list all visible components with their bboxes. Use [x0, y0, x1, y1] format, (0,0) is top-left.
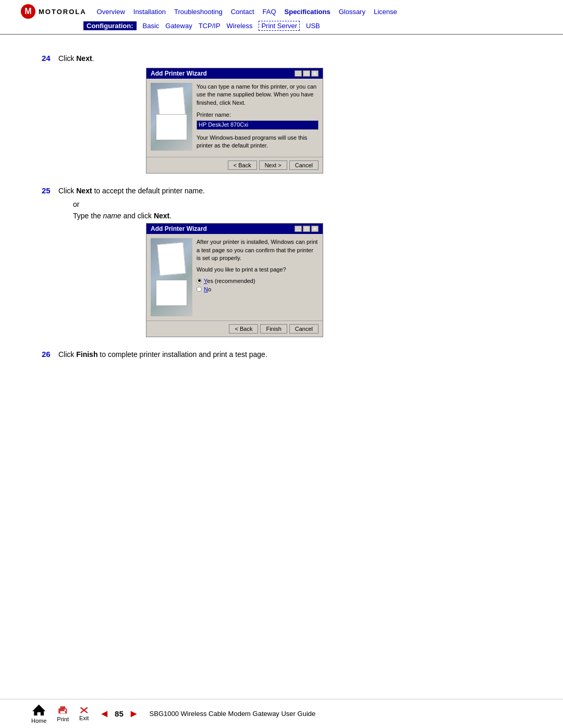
step-24-text: Click Next.	[58, 54, 94, 63]
footer: Home Print Exit ◄ 85 ► SBG1000 Wireless …	[0, 699, 563, 728]
wizard-1-body-text: You can type a name for this printer, or…	[197, 83, 319, 107]
wizard-2-back-button[interactable]: < Back	[229, 324, 258, 334]
wizard-1-maximize[interactable]: □	[303, 70, 310, 77]
page-number: 85	[115, 709, 124, 718]
wizard-2-radio-no-label: No	[204, 286, 211, 292]
logo-area: M MOTOROLA	[21, 4, 87, 19]
nav-license[interactable]: License	[374, 8, 397, 16]
svg-rect-3	[60, 711, 66, 713]
wizard-2-minimize[interactable]: _	[295, 226, 302, 232]
wizard-1-footer: < Back Next > Cancel	[146, 157, 323, 173]
svg-marker-0	[32, 705, 45, 715]
nav-wireless[interactable]: Wireless	[227, 22, 253, 30]
footer-nav: Home Print Exit	[31, 704, 89, 724]
nav-tcpip[interactable]: TCP/IP	[199, 22, 221, 30]
guide-title: SBG1000 Wireless Cable Modem Gateway Use…	[150, 710, 316, 718]
wizard-2-footer: < Back Finish Cancel	[146, 320, 323, 337]
wizard-2-question: Would you like to print a test page?	[197, 266, 319, 274]
step-24-number: 24	[42, 54, 54, 63]
step-24: 24 Click Next. Add Printer Wizard _ □ ×	[42, 54, 532, 174]
prev-page-button[interactable]: ◄	[99, 708, 109, 720]
exit-label: Exit	[79, 715, 89, 721]
wizard-1-content: You can type a name for this printer, or…	[197, 83, 319, 153]
nav-glossary[interactable]: Glossary	[339, 8, 365, 16]
nav-installation[interactable]: Installation	[133, 8, 166, 16]
wizard-2-content: After your printer is installed, Windows…	[197, 238, 319, 316]
exit-icon	[79, 706, 89, 714]
motorola-text: MOTOROLA	[39, 8, 87, 16]
footer-print-link[interactable]: Print	[57, 705, 69, 722]
wizard-2-box: Add Printer Wizard _ □ × After your prin…	[146, 223, 323, 337]
wizard-2-close[interactable]: ×	[311, 226, 319, 232]
wizard-2-radio-yes-label: Yes (recommended)	[204, 278, 255, 284]
print-icon	[57, 705, 69, 715]
nav-basic[interactable]: Basic	[143, 22, 160, 30]
print-label: Print	[57, 716, 69, 722]
wizard-2-finish-button[interactable]: Finish	[260, 324, 287, 334]
step-26-text: Click Finish to complete printer install…	[58, 350, 267, 359]
wizard-2-container: Add Printer Wizard _ □ × After your prin…	[146, 223, 532, 337]
wizard-2-image	[151, 238, 192, 316]
step-26: 26 Click Finish to complete printer inst…	[42, 350, 532, 359]
wizard-1-next-button[interactable]: Next >	[259, 161, 287, 170]
footer-home-link[interactable]: Home	[31, 704, 46, 724]
home-label: Home	[31, 718, 46, 724]
sub-nav: Configuration: Basic Gateway TCP/IP Wire…	[21, 21, 542, 31]
step-25: 25 Click Next to accept the default prin…	[42, 186, 532, 337]
wizard-1-container: Add Printer Wizard _ □ × You can type a …	[146, 68, 532, 174]
top-nav: Overview Installation Troubleshooting Co…	[97, 8, 397, 16]
wizard-1-close[interactable]: ×	[311, 70, 319, 77]
home-icon	[31, 704, 46, 717]
step-25-text: Click Next to accept the default printer…	[58, 187, 205, 195]
footer-page-nav: ◄ 85 ►	[99, 708, 139, 720]
wizard-1-input-label: Printer name:	[197, 111, 319, 119]
footer-exit-link[interactable]: Exit	[79, 706, 89, 722]
nav-contact[interactable]: Contact	[231, 8, 254, 16]
nav-overview[interactable]: Overview	[97, 8, 125, 16]
wizard-1-titlebar: Add Printer Wizard _ □ ×	[146, 68, 323, 79]
wizard-2-radio-no[interactable]	[197, 287, 202, 292]
header: M MOTOROLA Overview Installation Trouble…	[0, 0, 563, 34]
wizard-2-radio-yes[interactable]	[197, 278, 202, 283]
wizard-1-title: Add Printer Wizard	[151, 70, 207, 77]
nav-print-server[interactable]: Print Server	[259, 21, 300, 31]
nav-faq[interactable]: FAQ	[263, 8, 276, 16]
step-25-or: or	[73, 200, 532, 208]
step-26-number: 26	[42, 350, 54, 359]
wizard-2-body-text: After your printer is installed, Windows…	[197, 238, 319, 262]
main-content: 24 Click Next. Add Printer Wizard _ □ ×	[0, 43, 563, 381]
wizard-2-titlebar: Add Printer Wizard _ □ ×	[146, 224, 323, 234]
nav-usb[interactable]: USB	[306, 22, 320, 30]
wizard-1-cancel-button[interactable]: Cancel	[289, 161, 319, 170]
svg-point-4	[65, 709, 66, 711]
wizard-1-back-button[interactable]: < Back	[228, 161, 257, 170]
step-25-type-text: Type the name and click Next.	[73, 212, 532, 220]
wizard-2-title: Add Printer Wizard	[151, 225, 207, 232]
svg-rect-2	[60, 706, 66, 709]
nav-specifications[interactable]: Specifications	[285, 8, 331, 16]
nav-gateway[interactable]: Gateway	[165, 22, 192, 30]
nav-troubleshooting[interactable]: Troubleshooting	[174, 8, 223, 16]
wizard-1-minimize[interactable]: _	[295, 70, 302, 77]
motorola-icon: M	[21, 4, 35, 19]
wizard-1-note: Your Windows-based programs will use thi…	[197, 134, 319, 150]
wizard-1-printer-name-input[interactable]: HP DeskJet 870Cxi	[197, 120, 319, 130]
config-label: Configuration:	[83, 21, 137, 30]
next-page-button[interactable]: ►	[129, 708, 139, 720]
wizard-2-radio-group: Yes (recommended) No	[197, 278, 319, 292]
wizard-2-maximize[interactable]: □	[303, 226, 310, 232]
step-25-number: 25	[42, 186, 54, 195]
wizard-1-box: Add Printer Wizard _ □ × You can type a …	[146, 68, 323, 174]
wizard-1-image	[151, 83, 192, 151]
wizard-2-cancel-button[interactable]: Cancel	[289, 324, 319, 334]
